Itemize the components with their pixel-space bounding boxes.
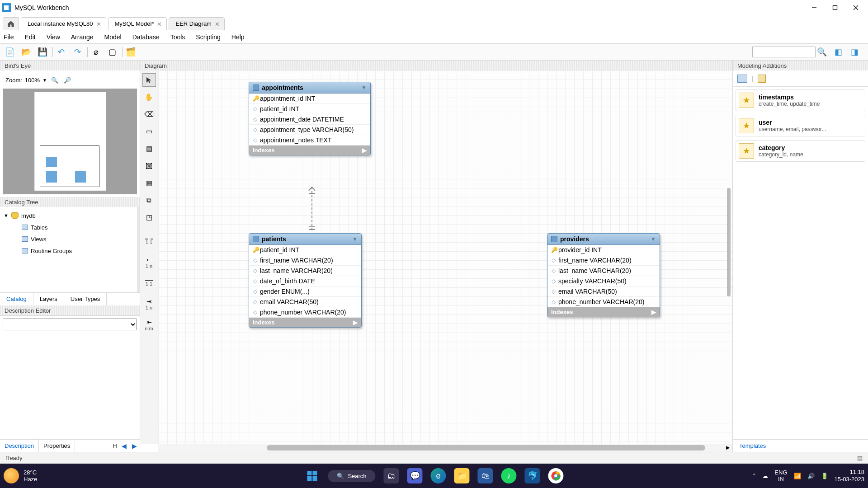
tab-user-types[interactable]: User Types: [64, 293, 107, 305]
maximize-button[interactable]: [825, 0, 845, 15]
scroll-right-icon[interactable]: ▶: [726, 445, 730, 450]
open-file-button[interactable]: 📂: [20, 46, 33, 58]
indexes-row[interactable]: Indexes▶: [249, 145, 370, 155]
close-icon[interactable]: ✕: [96, 20, 101, 27]
horizontal-scrollbar[interactable]: ▶: [158, 444, 732, 452]
explorer-app-icon[interactable]: 📁: [454, 468, 470, 483]
collapse-icon[interactable]: ▼: [352, 236, 358, 242]
entity-header[interactable]: patients ▼: [249, 234, 361, 245]
tree-node-db[interactable]: ▼ mydb: [4, 210, 133, 221]
task-view-button[interactable]: 🗂: [384, 468, 399, 483]
wifi-icon[interactable]: 📶: [794, 473, 801, 479]
taskbar-search[interactable]: 🔍 Search: [328, 470, 375, 482]
indexes-row[interactable]: Indexes▶: [547, 307, 660, 317]
rel-n-m-tool[interactable]: ⤜n:m: [142, 316, 156, 333]
zoom-dropdown[interactable]: ▼: [42, 78, 47, 83]
home-tab[interactable]: [3, 17, 19, 30]
align-button[interactable]: ▢: [106, 46, 118, 58]
new-diagram-button[interactable]: 🗂️: [124, 46, 137, 58]
menu-database[interactable]: Database: [132, 33, 160, 41]
menu-scripting[interactable]: Scripting: [196, 33, 220, 41]
close-button[interactable]: [845, 0, 866, 15]
entity-appointments[interactable]: appointments ▼ 🔑appointment_id INT ◇pati…: [249, 82, 371, 155]
vertical-scrollbar[interactable]: [727, 188, 731, 296]
indexes-row[interactable]: Indexes▶: [249, 318, 361, 327]
rel-1-1-id-tool[interactable]: 1:1: [142, 275, 156, 292]
start-button[interactable]: [304, 468, 320, 483]
store-app-icon[interactable]: 🛍: [478, 468, 493, 483]
chat-app-icon[interactable]: 💬: [407, 468, 423, 483]
collapse-icon[interactable]: ▼: [651, 236, 656, 242]
weather-widget[interactable]: 28°C Haze: [4, 468, 37, 483]
close-icon[interactable]: ✕: [215, 20, 220, 27]
catalog-tree[interactable]: ▼ mydb Tables Views Routine Groups: [0, 207, 140, 292]
diagram-canvas[interactable]: appointments ▼ 🔑appointment_id INT ◇pati…: [158, 70, 732, 444]
entity-header[interactable]: providers ▼: [547, 234, 660, 245]
image-tool[interactable]: 🖼: [142, 159, 156, 173]
template-table-icon[interactable]: [758, 75, 766, 83]
tree-node-tables[interactable]: Tables: [4, 221, 133, 233]
pointer-tool[interactable]: [142, 73, 156, 87]
rel-1-n-id-tool[interactable]: ⤛1:n: [142, 296, 156, 313]
search-button[interactable]: 🔍: [816, 46, 828, 58]
tab-mysql-model[interactable]: MySQL Model* ✕: [108, 17, 167, 30]
entity-patients[interactable]: patients ▼ 🔑patient_id INT ◇first_name V…: [249, 233, 362, 328]
language-indicator[interactable]: ENG IN: [774, 469, 787, 483]
status-layout-icon[interactable]: ▤: [857, 455, 863, 461]
rel-1-1-nonid-tool[interactable]: 1:1: [142, 233, 156, 250]
cloud-icon[interactable]: ☁: [762, 473, 768, 479]
battery-icon[interactable]: 🔋: [821, 473, 828, 479]
description-select[interactable]: [3, 319, 137, 330]
tab-local-instance[interactable]: Local instance MySQL80 ✕: [21, 17, 106, 30]
tab-layers[interactable]: Layers: [33, 293, 64, 305]
table-tool[interactable]: ▦: [142, 176, 156, 190]
entity-providers[interactable]: providers ▼ 🔑provider_id INT ◇first_name…: [547, 233, 660, 317]
note-tool[interactable]: ▤: [142, 142, 156, 155]
menu-view[interactable]: View: [47, 33, 60, 41]
entity-header[interactable]: appointments ▼: [249, 82, 370, 94]
toggle-right-panel-button[interactable]: ◨: [848, 46, 861, 58]
addition-timestamps[interactable]: ★ timestamps create_time, update_time: [736, 89, 865, 111]
menu-model[interactable]: Model: [104, 33, 122, 41]
tree-node-views[interactable]: Views: [4, 233, 133, 245]
toggle-left-panel-button[interactable]: ◧: [832, 46, 844, 58]
search-input[interactable]: [752, 47, 816, 57]
expand-icon[interactable]: ▼: [4, 213, 9, 218]
new-file-button[interactable]: 📄: [4, 46, 16, 58]
routine-tool[interactable]: ◳: [142, 211, 156, 224]
layer-tool[interactable]: ▭: [142, 125, 156, 138]
redo-button[interactable]: ↷: [71, 46, 84, 58]
tab-properties[interactable]: Properties: [39, 440, 75, 452]
undo-button[interactable]: ↶: [55, 46, 67, 58]
scroll-right-icon[interactable]: ▶: [129, 442, 140, 450]
addition-category[interactable]: ★ category category_id, name: [736, 140, 865, 162]
scroll-left-icon[interactable]: ◀: [119, 442, 129, 450]
addition-user[interactable]: ★ user username, email, passwor...: [736, 115, 865, 136]
hand-tool[interactable]: ✋: [142, 90, 156, 104]
tab-templates[interactable]: Templates: [733, 440, 772, 452]
tray-overflow-icon[interactable]: ˄: [753, 473, 756, 479]
birds-eye-canvas[interactable]: [3, 89, 137, 194]
zoom-in-icon[interactable]: 🔍: [50, 75, 60, 85]
rel-1-n-nonid-tool[interactable]: ⤚1:n: [142, 254, 156, 271]
grid-toggle-button[interactable]: ⌀: [90, 46, 102, 58]
tree-node-routines[interactable]: Routine Groups: [4, 245, 133, 257]
eraser-tool[interactable]: ⌫: [142, 108, 156, 121]
menu-arrange[interactable]: Arrange: [71, 33, 94, 41]
relation-appointments-patients[interactable]: [305, 187, 319, 235]
save-button[interactable]: 💾: [36, 46, 49, 58]
menu-file[interactable]: File: [4, 33, 14, 41]
menu-edit[interactable]: Edit: [25, 33, 36, 41]
clock[interactable]: 11:18 15-03-2023: [835, 469, 865, 483]
view-tool[interactable]: ⧉: [142, 193, 156, 207]
tab-catalog[interactable]: Catalog: [0, 293, 33, 306]
tab-description[interactable]: Description: [0, 440, 39, 452]
menu-help[interactable]: Help: [231, 33, 245, 41]
menu-tools[interactable]: Tools: [170, 33, 185, 41]
chrome-app-icon[interactable]: [548, 468, 564, 483]
zoom-out-icon[interactable]: 🔎: [62, 75, 72, 85]
spotify-app-icon[interactable]: ♪: [501, 468, 517, 483]
collapse-icon[interactable]: ▼: [361, 84, 367, 91]
minimize-button[interactable]: [804, 0, 825, 15]
mysql-workbench-app-icon[interactable]: 🐬: [525, 468, 540, 483]
